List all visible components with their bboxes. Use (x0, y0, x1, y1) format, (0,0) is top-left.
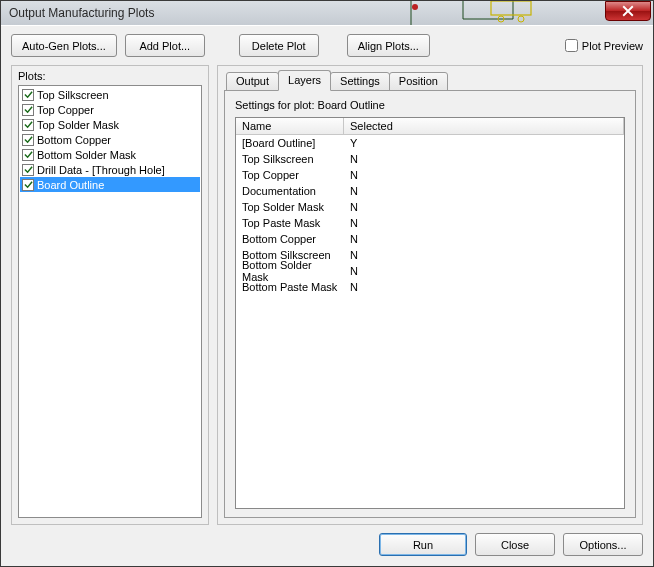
cell-name: Bottom Paste Mask (236, 281, 344, 293)
cell-selected: N (344, 249, 624, 261)
main-area: Plots: Top SilkscreenTop CopperTop Solde… (11, 65, 643, 525)
plot-item[interactable]: Board Outline (20, 177, 200, 192)
plot-item-checkbox[interactable] (22, 164, 34, 176)
svg-point-5 (498, 16, 504, 22)
cell-selected: N (344, 201, 624, 213)
plot-item[interactable]: Drill Data - [Through Hole] (20, 162, 200, 177)
plot-item[interactable]: Bottom Solder Mask (20, 147, 200, 162)
table-row[interactable]: Bottom Solder MaskN (236, 263, 624, 279)
plot-item-label: Top Copper (37, 104, 94, 116)
cell-selected: N (344, 281, 624, 293)
toolbar: Auto-Gen Plots... Add Plot... Delete Plo… (11, 34, 643, 57)
check-icon (24, 90, 33, 99)
cell-selected: N (344, 169, 624, 181)
table-row[interactable]: Top Solder MaskN (236, 199, 624, 215)
plot-preview-checkbox[interactable]: Plot Preview (565, 39, 643, 52)
add-plot-button[interactable]: Add Plot... (125, 34, 205, 57)
dialog-body: Auto-Gen Plots... Add Plot... Delete Plo… (1, 25, 653, 566)
cell-selected: Y (344, 137, 624, 149)
titlebar-decoration (393, 1, 593, 25)
plots-list[interactable]: Top SilkscreenTop CopperTop Solder MaskB… (18, 85, 202, 518)
plot-item-checkbox[interactable] (22, 134, 34, 146)
table-row[interactable]: Bottom Paste MaskN (236, 279, 624, 295)
plot-item-checkbox[interactable] (22, 149, 34, 161)
cell-name: Top Solder Mask (236, 201, 344, 213)
plot-item-label: Top Silkscreen (37, 89, 109, 101)
cell-name: Top Paste Mask (236, 217, 344, 229)
window-title: Output Manufacturing Plots (9, 6, 154, 20)
close-icon (622, 5, 634, 17)
cell-name: Top Silkscreen (236, 153, 344, 165)
plot-preview-label: Plot Preview (582, 40, 643, 52)
plot-preview-input[interactable] (565, 39, 578, 52)
check-icon (24, 150, 33, 159)
tab-content-layers: Settings for plot: Board Outline Name Se… (224, 90, 636, 518)
plot-item-checkbox[interactable] (22, 179, 34, 191)
table-row[interactable]: DocumentationN (236, 183, 624, 199)
plot-item[interactable]: Bottom Copper (20, 132, 200, 147)
cell-name: Top Copper (236, 169, 344, 181)
svg-rect-4 (491, 1, 531, 15)
cell-selected: N (344, 265, 624, 277)
cell-selected: N (344, 185, 624, 197)
cell-name: Bottom Copper (236, 233, 344, 245)
table-row[interactable]: Top CopperN (236, 167, 624, 183)
auto-gen-plots-button[interactable]: Auto-Gen Plots... (11, 34, 117, 57)
close-button[interactable]: Close (475, 533, 555, 556)
col-header-selected[interactable]: Selected (344, 118, 624, 134)
cell-name: Documentation (236, 185, 344, 197)
options-button[interactable]: Options... (563, 533, 643, 556)
table-row[interactable]: Top Paste MaskN (236, 215, 624, 231)
plots-label: Plots: (18, 70, 202, 82)
layers-table-body: [Board Outline]YTop SilkscreenNTop Coppe… (236, 135, 624, 295)
check-icon (24, 120, 33, 129)
titlebar[interactable]: Output Manufacturing Plots (1, 1, 653, 25)
cell-selected: N (344, 153, 624, 165)
plot-item-label: Bottom Solder Mask (37, 149, 136, 161)
details-pane: OutputLayersSettingsPosition Settings fo… (217, 65, 643, 525)
check-icon (24, 105, 33, 114)
plot-item-label: Board Outline (37, 179, 104, 191)
tab-settings[interactable]: Settings (330, 72, 390, 91)
run-button[interactable]: Run (379, 533, 467, 556)
layers-heading: Settings for plot: Board Outline (235, 99, 625, 111)
cell-selected: N (344, 233, 624, 245)
tab-layers[interactable]: Layers (278, 70, 331, 91)
col-header-name[interactable]: Name (236, 118, 344, 134)
plot-item[interactable]: Top Copper (20, 102, 200, 117)
check-icon (24, 165, 33, 174)
dialog-window: Output Manufacturing Plots (0, 0, 654, 567)
plot-item-checkbox[interactable] (22, 104, 34, 116)
plot-item[interactable]: Top Solder Mask (20, 117, 200, 132)
table-row[interactable]: Bottom CopperN (236, 231, 624, 247)
delete-plot-button[interactable]: Delete Plot (239, 34, 319, 57)
check-icon (24, 135, 33, 144)
window-close-button[interactable] (605, 1, 651, 21)
svg-point-7 (412, 4, 418, 10)
align-plots-button[interactable]: Align Plots... (347, 34, 430, 57)
svg-point-6 (518, 16, 524, 22)
plot-item-checkbox[interactable] (22, 89, 34, 101)
plot-item-label: Drill Data - [Through Hole] (37, 164, 165, 176)
check-icon (24, 180, 33, 189)
cell-name: [Board Outline] (236, 137, 344, 149)
tabs-row: OutputLayersSettingsPosition (224, 70, 636, 91)
plot-item-label: Bottom Copper (37, 134, 111, 146)
cell-name: Bottom Solder Mask (236, 259, 344, 283)
tab-position[interactable]: Position (389, 72, 448, 91)
plot-item[interactable]: Top Silkscreen (20, 87, 200, 102)
cell-selected: N (344, 217, 624, 229)
table-row[interactable]: Top SilkscreenN (236, 151, 624, 167)
plot-item-label: Top Solder Mask (37, 119, 119, 131)
bottom-bar: Run Close Options... (11, 533, 643, 556)
table-row[interactable]: [Board Outline]Y (236, 135, 624, 151)
plot-item-checkbox[interactable] (22, 119, 34, 131)
layers-table[interactable]: Name Selected [Board Outline]YTop Silksc… (235, 117, 625, 509)
layers-table-header[interactable]: Name Selected (236, 118, 624, 135)
tab-output[interactable]: Output (226, 72, 279, 91)
plots-pane: Plots: Top SilkscreenTop CopperTop Solde… (11, 65, 209, 525)
